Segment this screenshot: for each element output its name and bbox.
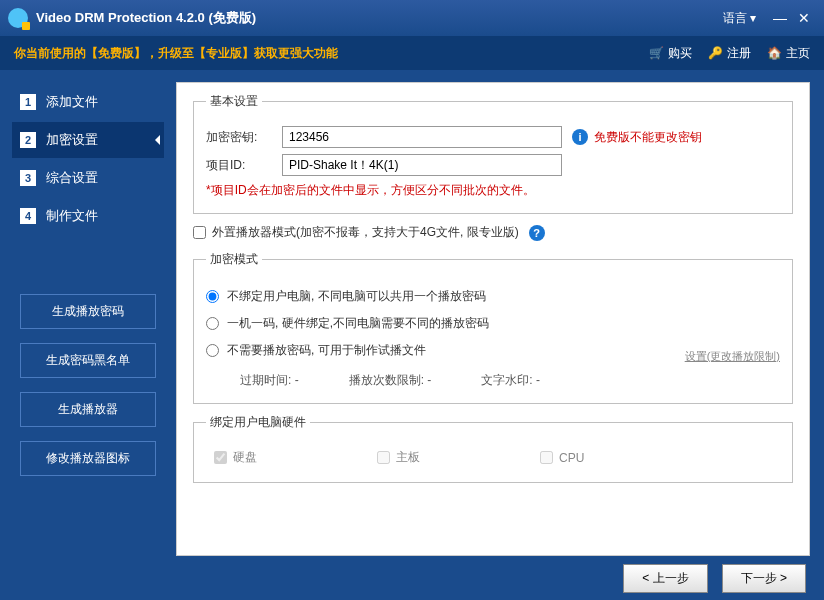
hardware-bind-group: 绑定用户电脑硬件 硬盘 主板 CPU	[193, 414, 793, 483]
register-link[interactable]: 🔑注册	[708, 45, 751, 62]
footer: < 上一步 下一步 >	[0, 556, 824, 600]
expire-time: 过期时间: -	[240, 372, 299, 389]
next-button[interactable]: 下一步 >	[722, 564, 806, 593]
prev-button[interactable]: < 上一步	[623, 564, 707, 593]
external-player-label: 外置播放器模式(加密不报毒，支持大于4G文件, 限专业版)	[212, 224, 519, 241]
encrypt-mode-group: 加密模式 不绑定用户电脑, 不同电脑可以共用一个播放密码 一机一码, 硬件绑定,…	[193, 251, 793, 404]
external-player-checkbox[interactable]	[193, 226, 206, 239]
project-id-hint: *项目ID会在加密后的文件中显示，方便区分不同批次的文件。	[206, 182, 780, 199]
app-title: Video DRM Protection 4.2.0 (免费版)	[36, 9, 723, 27]
basic-settings-legend: 基本设置	[206, 93, 262, 110]
upgrade-notice: 你当前使用的【免费版】，升级至【专业版】获取更强大功能	[14, 45, 633, 62]
sidebar: 1添加文件 2加密设置 3综合设置 4制作文件 生成播放密码 生成密码黑名单 生…	[0, 70, 176, 556]
modify-player-icon-button[interactable]: 修改播放器图标	[20, 441, 156, 476]
cpu-label: CPU	[559, 451, 584, 465]
mainboard-checkbox	[377, 451, 390, 464]
home-icon: 🏠	[767, 46, 782, 60]
project-id-label: 项目ID:	[206, 157, 282, 174]
mode-label-hwbind: 一机一码, 硬件绑定,不同电脑需要不同的播放密码	[227, 315, 489, 332]
step-add-files[interactable]: 1添加文件	[12, 84, 164, 120]
info-icon[interactable]: ?	[529, 225, 545, 241]
project-id-input[interactable]	[282, 154, 562, 176]
mode-label-shared: 不绑定用户电脑, 不同电脑可以共用一个播放密码	[227, 288, 486, 305]
mainboard-label: 主板	[396, 449, 420, 466]
encrypt-key-input[interactable]	[282, 126, 562, 148]
hdd-label: 硬盘	[233, 449, 257, 466]
hdd-checkbox	[214, 451, 227, 464]
minimize-button[interactable]: —	[768, 10, 792, 26]
notice-bar: 你当前使用的【免费版】，升级至【专业版】获取更强大功能 🛒购买 🔑注册 🏠主页	[0, 36, 824, 70]
basic-settings-group: 基本设置 加密密钥: i 免费版不能更改密钥 项目ID: *项目ID会在加密后的…	[193, 93, 793, 214]
mode-radio-shared[interactable]	[206, 290, 219, 303]
gen-blacklist-button[interactable]: 生成密码黑名单	[20, 343, 156, 378]
play-count-limit: 播放次数限制: -	[349, 372, 432, 389]
mode-radio-hwbind[interactable]	[206, 317, 219, 330]
mode-radio-nopass[interactable]	[206, 344, 219, 357]
title-bar: Video DRM Protection 4.2.0 (免费版) 语言 ▾ — …	[0, 0, 824, 36]
close-button[interactable]: ✕	[792, 10, 816, 26]
encrypt-mode-legend: 加密模式	[206, 251, 262, 268]
mode-label-nopass: 不需要播放密码, 可用于制作试播文件	[227, 342, 426, 359]
step-general-settings[interactable]: 3综合设置	[12, 160, 164, 196]
encrypt-key-label: 加密密钥:	[206, 129, 282, 146]
home-link[interactable]: 🏠主页	[767, 45, 810, 62]
step-build-files[interactable]: 4制作文件	[12, 198, 164, 234]
step-encrypt-settings[interactable]: 2加密设置	[12, 122, 164, 158]
language-dropdown[interactable]: 语言 ▾	[723, 10, 756, 27]
cart-icon: 🛒	[649, 46, 664, 60]
text-watermark: 文字水印: -	[481, 372, 540, 389]
gen-play-password-button[interactable]: 生成播放密码	[20, 294, 156, 329]
main-panel: 基本设置 加密密钥: i 免费版不能更改密钥 项目ID: *项目ID会在加密后的…	[176, 82, 810, 556]
buy-link[interactable]: 🛒购买	[649, 45, 692, 62]
key-warning: 免费版不能更改密钥	[594, 129, 702, 146]
cpu-checkbox	[540, 451, 553, 464]
info-icon[interactable]: i	[572, 129, 588, 145]
gen-player-button[interactable]: 生成播放器	[20, 392, 156, 427]
hardware-bind-legend: 绑定用户电脑硬件	[206, 414, 310, 431]
app-icon	[8, 8, 28, 28]
key-icon: 🔑	[708, 46, 723, 60]
